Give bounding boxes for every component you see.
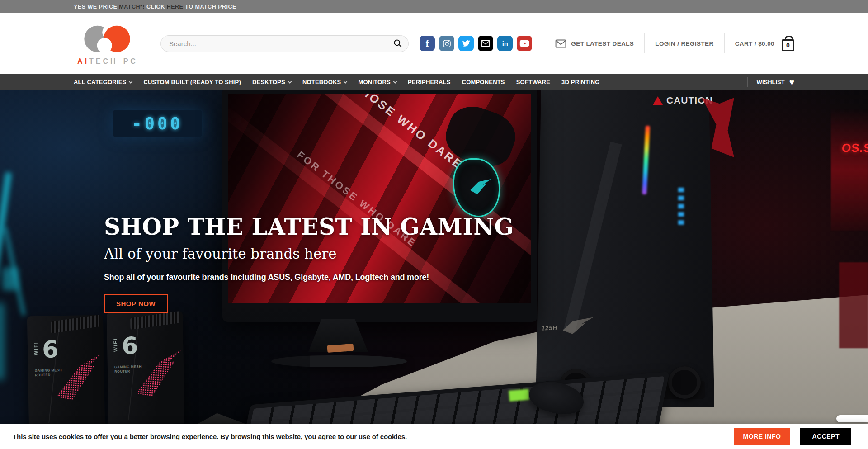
- youtube-icon[interactable]: [517, 36, 532, 51]
- get-latest-deals-label: GET LATEST DEALS: [571, 40, 634, 47]
- linkedin-glyph: in: [502, 40, 508, 47]
- search-submit-button[interactable]: [393, 39, 403, 49]
- wishlist-label: WISHLIST: [757, 79, 785, 85]
- nav-label: DESKTOPS: [252, 79, 285, 85]
- twitter-glyph: [462, 39, 470, 47]
- instagram-glyph: [443, 39, 451, 48]
- topbar-text: CLICK: [145, 4, 167, 10]
- nav-label: SOFTWARE: [516, 79, 550, 85]
- nav-label: 3D PRINTING: [561, 79, 600, 85]
- instagram-icon[interactable]: [439, 36, 454, 51]
- login-register-label: LOGIN / REGISTER: [655, 40, 713, 47]
- cart-link[interactable]: CART / $0.00 0: [724, 33, 794, 53]
- get-latest-deals-link[interactable]: GET LATEST DEALS: [545, 33, 644, 53]
- nav-label: ALL CATEGORIES: [74, 79, 126, 85]
- email-icon[interactable]: [478, 36, 493, 51]
- router-number-label: 6: [42, 337, 59, 361]
- twitter-icon[interactable]: [458, 36, 474, 51]
- nav-item-monitors[interactable]: MONITORS: [358, 79, 396, 85]
- nav-item-software[interactable]: SOFTWARE: [516, 79, 550, 85]
- more-info-button[interactable]: MORE INFO: [734, 428, 791, 445]
- nav-label: NOTEBOOKS: [302, 79, 341, 85]
- keyboard-green-key-glow: [509, 389, 529, 402]
- hero-title: SHOP THE LATEST IN GAMING: [104, 213, 514, 240]
- hero-subtitle: All of your favourite brands here: [104, 246, 514, 262]
- linkedin-icon[interactable]: in: [497, 36, 513, 51]
- site-header: AITECHPC f: [0, 13, 868, 74]
- topbar-text-dark: MATCH*!: [119, 4, 145, 10]
- side-panel-text: OS.S: [841, 141, 868, 155]
- nav-item-components[interactable]: COMPONENTS: [462, 79, 505, 85]
- router-subtitle-label: GAMING MESH ROUTER: [35, 368, 66, 378]
- chevron-down-icon: [288, 80, 292, 83]
- nav-item-notebooks[interactable]: NOTEBOOKS: [302, 79, 347, 85]
- logo-text-tech: TECH: [89, 57, 118, 65]
- wifi-router-box: WIFI 6 GAMING MESH ROUTER: [107, 312, 184, 425]
- nav-label: CUSTOM BUILT (READY TO SHIP): [143, 79, 241, 85]
- topbar-text: YES WE PRICE: [74, 4, 119, 10]
- case-wheel: [668, 366, 701, 399]
- router-subtitle-label: GAMING MESH ROUTER: [114, 364, 146, 374]
- facebook-icon[interactable]: f: [420, 36, 435, 51]
- nav-label: MONITORS: [358, 79, 390, 85]
- logo-wordmark: AITECHPC: [77, 57, 138, 66]
- nav-item-peripherals[interactable]: PERIPHERALS: [408, 79, 451, 85]
- price-match-link[interactable]: YES WE PRICE MATCH*! CLICK HERE TO MATCH…: [74, 4, 236, 10]
- main-nav: ALL CATEGORIES CUSTOM BUILT (READY TO SH…: [0, 74, 868, 90]
- envelope-glyph: [481, 40, 490, 47]
- cart-count-badge: 0: [786, 42, 790, 49]
- page: YES WE PRICE MATCH*! CLICK HERE TO MATCH…: [0, 0, 868, 449]
- cookie-consent-bar: This site uses cookies to offer you a be…: [0, 424, 868, 449]
- accept-button[interactable]: ACCEPT: [800, 428, 851, 445]
- nav-item-desktops[interactable]: DESKTOPS: [252, 79, 291, 85]
- nav-divider: [618, 77, 618, 87]
- nav-item-custom-built[interactable]: CUSTOM BUILT (READY TO SHIP): [143, 79, 241, 85]
- right-edge-red-glow: [831, 109, 868, 231]
- search-input[interactable]: [160, 35, 409, 52]
- price-match-topbar: YES WE PRICE MATCH*! CLICK HERE TO MATCH…: [0, 0, 868, 13]
- right-edge-red-panel: [839, 262, 868, 348]
- chat-widget-sliver[interactable]: [836, 415, 868, 422]
- hero-copy: SHOP THE LATEST IN GAMING All of your fa…: [104, 213, 514, 313]
- facebook-glyph: f: [426, 38, 429, 49]
- cart-bag-icon: 0: [782, 39, 794, 51]
- wishlist-link[interactable]: WISHLIST ♥: [747, 77, 794, 87]
- chevron-down-icon: [344, 80, 347, 83]
- cookie-message: This site uses cookies to offer you a be…: [13, 433, 734, 440]
- nav-items: ALL CATEGORIES CUSTOM BUILT (READY TO SH…: [74, 77, 618, 87]
- warning-triangle-icon: [653, 96, 663, 105]
- chevron-down-icon: [129, 80, 132, 83]
- hero-banner: -000 OS.S CAUTION FOR THOSE WHO DARE FOR…: [0, 90, 868, 449]
- gaming-pc-case: [536, 90, 714, 407]
- hero-description: Shop all of your favourite brands includ…: [104, 273, 514, 282]
- site-logo[interactable]: AITECHPC: [74, 21, 142, 66]
- logo-text-pc: PC: [123, 57, 138, 65]
- social-links: f in: [420, 36, 532, 51]
- logo-rings-icon: [81, 21, 134, 57]
- deals-envelope-icon: [555, 39, 566, 48]
- nav-label: PERIPHERALS: [408, 79, 451, 85]
- youtube-glyph: [519, 40, 529, 47]
- wifi-router-box: WIFI 6 GAMING MESH ROUTER: [27, 315, 105, 429]
- login-register-link[interactable]: LOGIN / REGISTER: [644, 33, 724, 53]
- chevron-down-icon: [393, 80, 397, 83]
- nav-item-3d-printing[interactable]: 3D PRINTING: [561, 79, 600, 85]
- rgb-ram-lights: [678, 188, 684, 225]
- digital-clock-display: -000: [113, 110, 202, 137]
- topbar-text: TO MATCH PRICE: [183, 4, 236, 10]
- heart-icon: ♥: [789, 78, 794, 86]
- nav-item-all-categories[interactable]: ALL CATEGORIES: [74, 79, 132, 85]
- digital-clock-value: -000: [132, 114, 183, 133]
- router-wifi-label: WIFI: [33, 341, 39, 355]
- logo-text-ai: AI: [77, 57, 89, 65]
- shop-now-button[interactable]: SHOP NOW: [104, 294, 168, 313]
- router-wifi-label: WIFI: [113, 338, 118, 352]
- desk-print-text: 125H: [541, 324, 558, 331]
- nav-label: COMPONENTS: [462, 79, 505, 85]
- router-number-label: 6: [122, 334, 138, 358]
- search-icon: [393, 39, 402, 48]
- cart-total-label: CART / $0.00: [735, 40, 774, 47]
- header-account-area: GET LATEST DEALS LOGIN / REGISTER CART /…: [545, 33, 794, 54]
- search-bar: [160, 35, 409, 52]
- neon-light-decor: [3, 268, 18, 290]
